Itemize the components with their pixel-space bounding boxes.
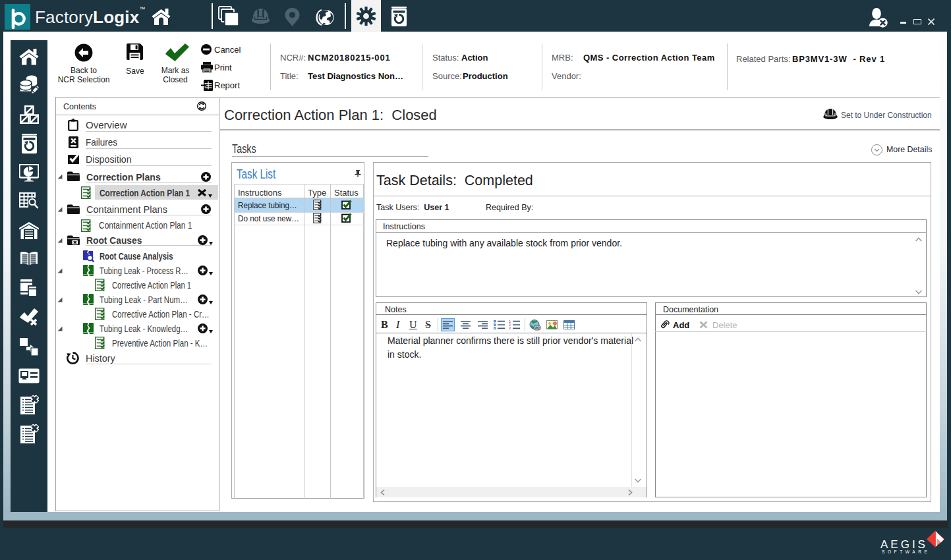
svg-text:3: 3 <box>509 326 511 329</box>
